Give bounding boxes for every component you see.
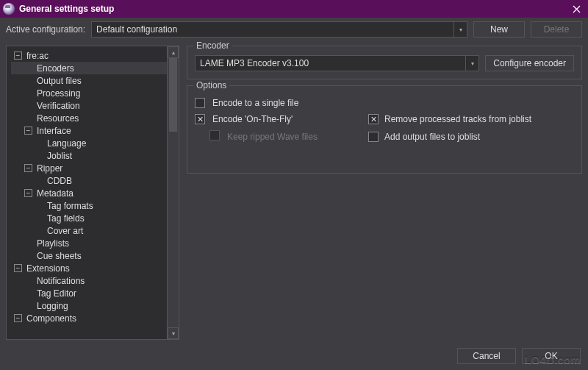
- collapse-icon[interactable]: −: [14, 51, 22, 60]
- tree-item[interactable]: −Components: [11, 312, 167, 324]
- tree-item[interactable]: Cover art: [11, 224, 167, 237]
- encoder-group: Encoder LAME MP3 Encoder v3.100 ▾ Config…: [187, 46, 582, 79]
- collapse-icon[interactable]: −: [14, 264, 22, 272]
- settings-window: General settings setup Active configurat…: [0, 0, 588, 370]
- tree-item-label: Cover art: [44, 226, 83, 236]
- encode-single-label: Encode to a single file: [212, 98, 368, 108]
- tree-item[interactable]: Encoders: [11, 62, 167, 74]
- tree-item-label: Interface: [34, 126, 71, 136]
- tree-item-label: Ripper: [34, 163, 62, 174]
- configure-encoder-button[interactable]: Configure encoder: [485, 55, 574, 71]
- close-button[interactable]: [567, 0, 585, 18]
- tree-item[interactable]: CDDB: [11, 174, 167, 187]
- tree-item-label: Tag fields: [44, 213, 85, 224]
- chevron-down-icon: ▾: [453, 22, 467, 37]
- tree-item[interactable]: −Interface: [11, 124, 167, 137]
- dialog-footer: Cancel OK: [457, 348, 581, 364]
- scroll-down-button[interactable]: ▾: [168, 327, 179, 339]
- tree-item[interactable]: Processing: [11, 87, 167, 99]
- app-icon: [3, 3, 15, 15]
- tree-item[interactable]: Joblist: [11, 149, 167, 162]
- main-panel: Encoder LAME MP3 Encoder v3.100 ▾ Config…: [187, 46, 582, 340]
- tree-item-label: Resources: [34, 113, 79, 124]
- collapse-icon[interactable]: −: [24, 164, 32, 172]
- tree-item[interactable]: Cue sheets: [11, 249, 167, 262]
- titlebar: General settings setup: [0, 0, 588, 18]
- delete-config-button[interactable]: Delete: [531, 21, 582, 38]
- chevron-down-icon: ▾: [465, 56, 478, 71]
- tree-item[interactable]: −Ripper: [11, 162, 167, 174]
- tree-item[interactable]: Logging: [11, 299, 167, 312]
- sidebar-scrollbar[interactable]: ▴ ▾: [167, 46, 179, 339]
- close-icon: [573, 5, 581, 13]
- tree-item-label: Encoders: [34, 63, 74, 74]
- tree-item-label: CDDB: [44, 176, 72, 186]
- sidebar: −fre:acEncodersOutput filesProcessingVer…: [6, 46, 179, 340]
- tree-item-label: Playlists: [34, 238, 69, 249]
- tree-item[interactable]: −fre:ac: [11, 49, 167, 62]
- tree-item-label: Processing: [34, 88, 80, 99]
- tree-item[interactable]: Resources: [11, 112, 167, 124]
- tree-item[interactable]: Tag formats: [11, 199, 167, 212]
- active-config-dropdown[interactable]: Default configuration ▾: [91, 21, 467, 38]
- scroll-up-button[interactable]: ▴: [168, 46, 179, 58]
- tree-item-label: Language: [44, 138, 86, 149]
- keep-wave-label: Keep ripped Wave files: [212, 132, 368, 142]
- add-output-label: Add output files to joblist: [384, 132, 480, 142]
- active-config-value: Default configuration: [96, 24, 177, 35]
- encode-single-checkbox[interactable]: [195, 98, 205, 108]
- tree-item-label: Tag Editor: [34, 288, 76, 299]
- tree-item-label: Verification: [34, 101, 80, 111]
- tree-item-label: Components: [24, 313, 76, 324]
- tree-item-label: Logging: [34, 301, 68, 311]
- encode-onthefly-label: Encode 'On-The-Fly': [212, 114, 368, 124]
- window-title: General settings setup: [19, 4, 114, 14]
- tree-item[interactable]: −Extensions: [11, 262, 167, 274]
- tree-item-label: Output files: [34, 76, 82, 86]
- options-legend: Options: [193, 80, 229, 90]
- cancel-button[interactable]: Cancel: [457, 348, 516, 364]
- scroll-thumb[interactable]: [169, 58, 177, 132]
- tree-item-label: Tag formats: [44, 201, 93, 211]
- ok-button[interactable]: OK: [522, 348, 581, 364]
- active-config-row: Active configuration: Default configurat…: [0, 18, 588, 41]
- tree-item-label: fre:ac: [24, 51, 49, 61]
- tree-item[interactable]: Verification: [11, 99, 167, 112]
- tree-item[interactable]: Output files: [11, 74, 167, 87]
- tree-item-label: Extensions: [24, 263, 70, 274]
- remove-processed-label: Remove processed tracks from joblist: [384, 114, 531, 124]
- settings-tree[interactable]: −fre:acEncodersOutput filesProcessingVer…: [7, 46, 167, 339]
- encoder-value: LAME MP3 Encoder v3.100: [200, 58, 309, 68]
- collapse-icon[interactable]: −: [14, 314, 22, 322]
- tree-item-label: Metadata: [34, 188, 74, 199]
- tree-item[interactable]: Playlists: [11, 237, 167, 249]
- collapse-icon[interactable]: −: [24, 127, 32, 135]
- encode-onthefly-checkbox[interactable]: ✕: [195, 114, 205, 124]
- options-group: Options Encode to a single file ✕ Encode…: [187, 85, 582, 174]
- tree-item-label: Cue sheets: [34, 251, 82, 261]
- active-config-label: Active configuration:: [6, 24, 85, 35]
- tree-item[interactable]: −Metadata: [11, 187, 167, 199]
- tree-item[interactable]: Language: [11, 137, 167, 149]
- encoder-legend: Encoder: [193, 40, 232, 51]
- tree-item-label: Notifications: [34, 276, 85, 286]
- tree-item[interactable]: Tag fields: [11, 212, 167, 224]
- tree-item[interactable]: Notifications: [11, 274, 167, 287]
- new-config-button[interactable]: New: [473, 21, 525, 38]
- remove-processed-checkbox[interactable]: ✕: [368, 114, 379, 124]
- encoder-dropdown[interactable]: LAME MP3 Encoder v3.100 ▾: [195, 55, 479, 71]
- tree-item[interactable]: Tag Editor: [11, 287, 167, 299]
- collapse-icon[interactable]: −: [24, 189, 32, 197]
- add-output-checkbox[interactable]: [368, 132, 379, 142]
- tree-item-label: Joblist: [44, 151, 72, 161]
